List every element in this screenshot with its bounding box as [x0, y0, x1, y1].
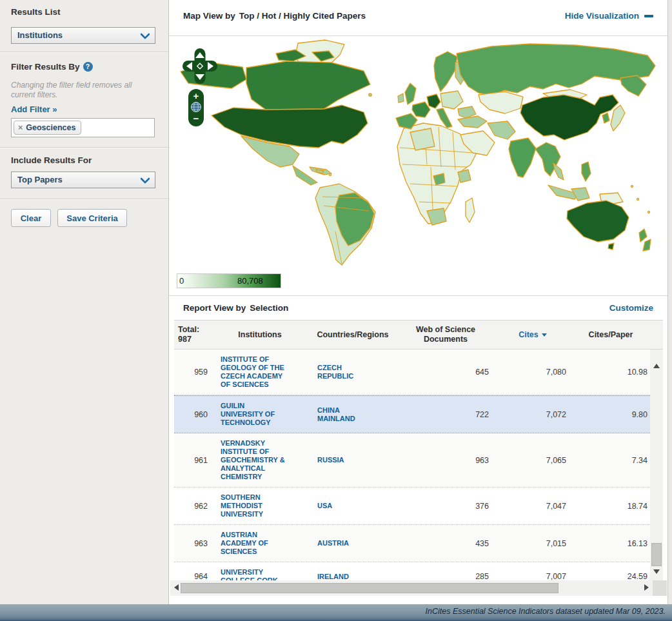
filter-heading-label: Filter Results By: [11, 62, 80, 72]
institution-link[interactable]: UNIVERSITY COLLEGE CORK: [221, 568, 286, 580]
sidebar: Results List Institutions Filter Results…: [0, 0, 169, 604]
country-cell: USA: [308, 488, 397, 524]
table-body: 959 INSTITUTE OF GEOLOGY OF THE CZECH AC…: [174, 350, 650, 580]
docs-cell: 963: [397, 433, 494, 487]
remove-tag-icon[interactable]: ×: [18, 123, 23, 132]
map-header: Map View byTop / Hot / Highly Cited Pape…: [169, 0, 667, 36]
zoom-in-button[interactable]: +: [188, 89, 204, 101]
save-criteria-button[interactable]: Save Criteria: [57, 209, 127, 227]
filter-note: Changing the filter field removes all cu…: [11, 81, 150, 100]
horizontal-scrollbar[interactable]: [170, 580, 653, 596]
country-new-zealand: [639, 229, 647, 242]
h-scrollbar-thumb[interactable]: [181, 583, 558, 593]
cites-label: Cites: [519, 330, 539, 340]
country-italy: [437, 108, 452, 128]
filter-tag-label: Geosciences: [26, 123, 75, 132]
v-scrollbar-thumb[interactable]: [651, 543, 662, 566]
map-legend: 0 80,708: [177, 273, 281, 288]
top-papers-dropdown[interactable]: Top Papers: [11, 172, 155, 188]
country-france[interactable]: [412, 102, 430, 117]
minus-icon: [644, 15, 653, 17]
scroll-down-icon[interactable]: [653, 569, 660, 574]
country-link[interactable]: CHINA MAINLAND: [317, 406, 371, 423]
help-icon[interactable]: ?: [83, 62, 93, 72]
vertical-scrollbar[interactable]: [650, 350, 663, 580]
table-row: 962 SOUTHERN METHODIST UNIVERSITY USA 37…: [174, 488, 650, 525]
map-title: Map View byTop / Hot / Highly Cited Pape…: [183, 11, 366, 21]
world-map[interactable]: [169, 37, 668, 270]
total-value: 987: [178, 335, 192, 344]
cites-cell: 7,065: [494, 433, 571, 487]
add-filter-label: Add Filter »: [11, 104, 57, 114]
report-header: Report View bySelection Customize: [169, 295, 667, 320]
institution-link[interactable]: AUSTRIAN ACADEMY OF SCIENCES: [221, 531, 286, 556]
results-list-heading: Results List: [11, 7, 61, 17]
rank-cell: 959: [174, 350, 212, 395]
results-list-dropdown[interactable]: Institutions: [11, 27, 155, 44]
country-turkey: [458, 116, 487, 128]
map-title-prefix: Map View by: [183, 11, 235, 21]
total-label: Total:: [178, 325, 199, 334]
country-scandinavia: [434, 52, 457, 92]
legend-min-label: 0: [179, 276, 184, 286]
country-australia[interactable]: [567, 201, 629, 242]
cites-paper-cell: 10.98: [571, 350, 650, 395]
map-pan-control[interactable]: [179, 44, 221, 87]
country-canada[interactable]: [246, 61, 370, 110]
col-docs[interactable]: Web of Science Documents: [397, 320, 494, 349]
country-nigeria: [433, 173, 445, 185]
hide-visualization-link[interactable]: Hide Visualization: [565, 11, 653, 21]
scroll-left-icon[interactable]: [174, 584, 179, 591]
institution-link[interactable]: INSTITUTE OF GEOLOGY OF THE CZECH ACADEM…: [221, 355, 286, 389]
add-filter-link[interactable]: Add Filter »: [11, 104, 57, 114]
scroll-up-icon[interactable]: [653, 364, 660, 368]
institution-link[interactable]: GUILIN UNIVERSITY OF TECHNOLOGY: [221, 402, 286, 427]
institution-cell: AUSTRIAN ACADEMY OF SCIENCES: [212, 525, 308, 562]
col-countries[interactable]: Countries/Regions: [308, 320, 397, 349]
col-institutions[interactable]: Institutions: [212, 320, 308, 349]
country-india[interactable]: [509, 138, 536, 177]
country-cell: IRELAND: [308, 562, 397, 580]
scroll-right-icon[interactable]: [644, 584, 649, 591]
hide-visualization-label: Hide Visualization: [565, 11, 639, 21]
col-cites[interactable]: Cites: [494, 320, 571, 349]
clear-button[interactable]: Clear: [11, 209, 51, 227]
report-title-main: Selection: [250, 303, 288, 313]
country-japan: [611, 105, 625, 131]
section-divider: [0, 147, 168, 148]
main-panel: Map View byTop / Hot / Highly Cited Pape…: [169, 0, 668, 604]
institution-link[interactable]: VERNADSKY INSTITUTE OF GEOCHEMISTRY & AN…: [221, 439, 286, 481]
country-link[interactable]: AUSTRIA: [317, 539, 371, 547]
country-iran: [488, 121, 515, 139]
country-germany[interactable]: [427, 94, 440, 108]
cites-cell: 7,072: [494, 396, 571, 433]
country-kazakhstan: [479, 92, 523, 113]
country-link[interactable]: IRELAND: [317, 573, 371, 581]
filter-tag[interactable]: × Geosciences: [14, 121, 81, 135]
rank-cell: 961: [174, 433, 212, 487]
country-usa[interactable]: [212, 105, 368, 148]
docs-cell: 722: [397, 396, 494, 433]
country-link[interactable]: USA: [317, 502, 371, 510]
institution-cell: UNIVERSITY COLLEGE CORK: [212, 562, 308, 580]
country-link[interactable]: CZECH REPUBLIC: [317, 364, 371, 380]
table-row: 964 UNIVERSITY COLLEGE CORK IRELAND 285 …: [174, 562, 650, 580]
zoom-out-button[interactable]: −: [188, 113, 204, 123]
sort-caret-icon: [542, 333, 547, 337]
map-title-main: Top / Hot / Highly Cited Papers: [239, 11, 366, 21]
cites-paper-cell: 9.80: [571, 396, 650, 433]
cites-cell: 7,007: [494, 562, 571, 580]
country-cell: RUSSIA: [308, 433, 397, 487]
chevron-down-icon: [135, 28, 155, 43]
chevron-down-icon: [135, 172, 155, 188]
results-table: Total: 987 Institutions Countries/Region…: [174, 320, 663, 580]
institution-link[interactable]: SOUTHERN METHODIST UNIVERSITY: [221, 493, 286, 518]
country-link[interactable]: RUSSIA: [317, 456, 371, 464]
table-row: 961 VERNADSKY INSTITUTE OF GEOCHEMISTRY …: [174, 433, 650, 488]
customize-link[interactable]: Customize: [609, 303, 653, 313]
col-cites-paper[interactable]: Cites/Paper: [571, 320, 650, 349]
map-zoom-control: + −: [188, 89, 204, 126]
top-papers-value: Top Papers: [17, 172, 63, 188]
include-heading: Include Results For: [11, 155, 92, 165]
globe-button[interactable]: [190, 101, 202, 113]
